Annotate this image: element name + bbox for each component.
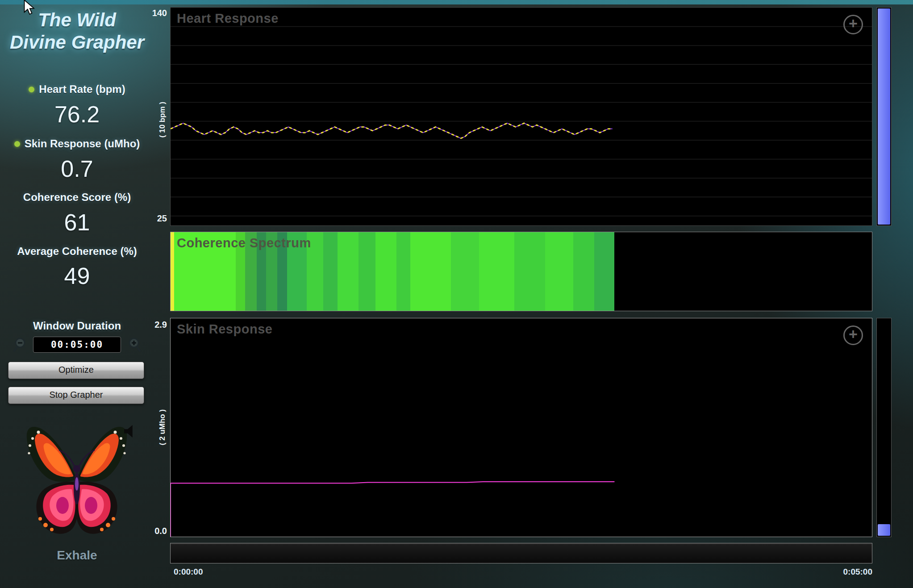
coherence-spectrum-segment bbox=[323, 232, 337, 311]
coherence-score-label: Coherence Score (%) bbox=[0, 191, 154, 204]
heart-y-unit-label: ( 10 bpm ) bbox=[158, 102, 167, 138]
skin-response-indicator-dot bbox=[14, 141, 20, 147]
timeline-track[interactable] bbox=[170, 543, 872, 563]
skin-response-label: Skin Response (uMho) bbox=[25, 138, 140, 150]
optimize-button[interactable]: Optimize bbox=[8, 362, 144, 379]
coherence-spectrum-segment bbox=[375, 232, 396, 311]
average-coherence-value: 49 bbox=[0, 263, 154, 289]
mouse-cursor bbox=[23, 0, 37, 15]
skin-response-value: 0.7 bbox=[0, 155, 154, 182]
stop-grapher-button[interactable]: Stop Grapher bbox=[8, 387, 144, 404]
app-background: The Wild Divine Grapher Heart Rate (bpm)… bbox=[0, 0, 913, 588]
app-title: The Wild Divine Grapher bbox=[0, 9, 154, 54]
breath-cue-label: Exhale bbox=[0, 548, 154, 563]
top-accent-strip bbox=[0, 0, 913, 4]
coherence-spectrum-segment bbox=[410, 232, 451, 311]
coherence-spectrum-segment bbox=[545, 232, 573, 311]
time-end-label: 0:05:00 bbox=[823, 567, 872, 577]
coherence-spectrum-segment bbox=[594, 232, 615, 311]
skin-y-max-label: 2.9 bbox=[146, 320, 167, 330]
coherence-spectrum-segment bbox=[451, 232, 479, 311]
time-start-label: 0:00:00 bbox=[174, 567, 203, 577]
skin-response-label-row: Skin Response (uMho) bbox=[0, 138, 154, 150]
speaker-icon[interactable] bbox=[123, 425, 135, 438]
app-title-line2: Divine Grapher bbox=[0, 31, 154, 54]
heart-chart-title: Heart Response bbox=[177, 11, 279, 26]
skin-chart-title: Skin Response bbox=[177, 322, 272, 337]
skin-y-min-label: 0.0 bbox=[146, 526, 167, 536]
zoom-in-magnifier-icon[interactable] bbox=[125, 337, 142, 353]
skin-chart-svg bbox=[171, 318, 872, 537]
heart-scrollbar[interactable] bbox=[876, 7, 892, 226]
coherence-score-value: 61 bbox=[0, 209, 154, 236]
coherence-spectrum-segment bbox=[514, 232, 545, 311]
butterfly-image bbox=[23, 414, 130, 546]
coherence-spectrum-segment bbox=[479, 232, 514, 311]
heart-rate-label: Heart Rate (bpm) bbox=[39, 83, 125, 96]
heart-rate-value: 76.2 bbox=[0, 101, 154, 128]
skin-scrollbar-thumb[interactable] bbox=[878, 524, 890, 536]
heart-response-chart-panel: Heart Response + bbox=[170, 7, 872, 226]
skin-response-chart-panel: Skin Response + bbox=[170, 318, 872, 537]
window-duration-label: Window Duration bbox=[0, 320, 154, 332]
skin-scrollbar[interactable] bbox=[876, 318, 892, 537]
coherence-spectrum-segment bbox=[338, 232, 359, 311]
zoom-out-magnifier-icon[interactable] bbox=[13, 337, 29, 353]
heart-chart-svg bbox=[171, 8, 872, 225]
coherence-spectrum-segment bbox=[573, 232, 594, 311]
skin-y-unit-label: ( 2 uMho ) bbox=[158, 409, 167, 445]
heart-rate-label-row: Heart Rate (bpm) bbox=[0, 83, 154, 96]
average-coherence-label: Average Coherence (%) bbox=[0, 245, 154, 258]
heart-scrollbar-thumb[interactable] bbox=[878, 8, 890, 225]
window-duration-input[interactable] bbox=[33, 337, 121, 353]
coherence-spectrum-title: Coherence Spectrum bbox=[177, 236, 311, 250]
window-duration-controls bbox=[0, 335, 154, 354]
skin-zoom-button[interactable]: + bbox=[843, 325, 863, 345]
heart-zoom-button[interactable]: + bbox=[843, 15, 863, 34]
heart-rate-indicator-dot bbox=[29, 87, 34, 92]
coherence-spectrum-segment bbox=[171, 232, 174, 311]
heart-y-max-label: 140 bbox=[146, 8, 167, 18]
coherence-spectrum-segment bbox=[396, 232, 410, 311]
coherence-spectrum-panel: Coherence Spectrum bbox=[170, 232, 872, 311]
heart-y-min-label: 25 bbox=[146, 213, 167, 224]
coherence-spectrum-segment bbox=[359, 232, 375, 311]
